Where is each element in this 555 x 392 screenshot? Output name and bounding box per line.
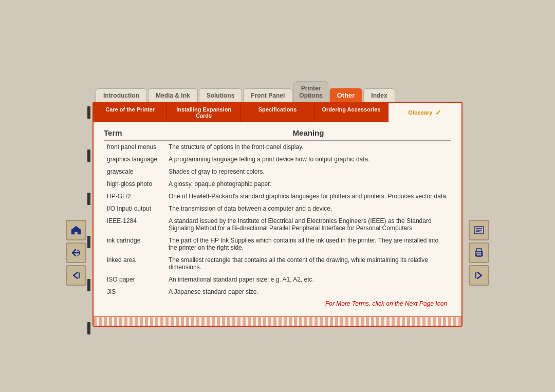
tab-solutions[interactable]: Solutions bbox=[199, 88, 243, 102]
next-button[interactable] bbox=[469, 265, 489, 286]
svg-rect-0 bbox=[79, 272, 80, 278]
svg-point-8 bbox=[481, 252, 482, 253]
meaning-cell: A glossy, opaque photographic paper. bbox=[165, 178, 451, 190]
back-button[interactable] bbox=[66, 242, 86, 263]
subtab-care[interactable]: Care of the Printer bbox=[94, 103, 167, 122]
term-header: Term bbox=[104, 128, 165, 141]
content-box: Care of the Printer Installing Expansion… bbox=[92, 102, 462, 327]
home-icon bbox=[70, 225, 82, 235]
svg-rect-7 bbox=[476, 254, 482, 256]
marker-1 bbox=[87, 106, 90, 119]
svg-rect-9 bbox=[475, 272, 476, 278]
term-cell: grayscale bbox=[104, 165, 165, 178]
left-markers bbox=[87, 106, 90, 334]
next-icon bbox=[473, 270, 485, 281]
left-nav-buttons bbox=[66, 220, 86, 286]
term-cell: IEEE-1284 bbox=[104, 215, 165, 234]
print-icon bbox=[473, 248, 485, 258]
subtab-row: Care of the Printer Installing Expansion… bbox=[94, 103, 461, 122]
tab-printer-options[interactable]: PrinterOptions bbox=[293, 81, 328, 103]
meaning-cell: A Japanese standard paper size. bbox=[165, 286, 451, 298]
contents-button[interactable] bbox=[469, 220, 489, 240]
bottom-decorative-bar bbox=[94, 316, 461, 326]
glossary-table: Term Meaning front panel menusThe struct… bbox=[104, 128, 451, 298]
prev-icon bbox=[70, 270, 82, 281]
table-area: Term Meaning front panel menusThe struct… bbox=[94, 122, 461, 316]
tab-introduction[interactable]: Introduction bbox=[96, 88, 147, 102]
table-row: JISA Japanese standard paper size. bbox=[104, 286, 451, 298]
term-cell: I/O Input/ output bbox=[104, 202, 165, 215]
marker-3 bbox=[87, 193, 90, 205]
meaning-cell: One of Hewlett-Packard's standard graphi… bbox=[165, 190, 451, 202]
subtab-installing[interactable]: Installing Expansion Cards bbox=[167, 103, 240, 122]
marker-4 bbox=[87, 236, 90, 248]
meaning-cell: A programming language telling a print d… bbox=[165, 153, 451, 165]
meaning-cell: The part of the HP Ink Supplies which co… bbox=[165, 234, 451, 254]
term-cell: HP-GL/2 bbox=[104, 190, 165, 202]
tab-index[interactable]: Index bbox=[363, 88, 395, 102]
marker-5 bbox=[87, 279, 90, 291]
tab-row: Introduction Media & Ink Solutions Front… bbox=[92, 81, 462, 102]
subtab-ordering[interactable]: Ordering Accessories bbox=[314, 103, 388, 122]
term-cell: high-gloss photo bbox=[104, 178, 165, 190]
prev-button[interactable] bbox=[66, 265, 86, 286]
term-cell: ink cartridge bbox=[104, 234, 165, 254]
term-cell: front panel menus bbox=[104, 141, 165, 154]
back-icon bbox=[70, 248, 82, 258]
meaning-cell: An international standard paper size; e.… bbox=[165, 273, 451, 286]
meaning-cell: A standard issued by the Institute of El… bbox=[165, 215, 451, 234]
home-button[interactable] bbox=[66, 220, 86, 240]
meaning-cell: Shades of gray to represent colors. bbox=[165, 165, 451, 178]
subtab-specifications[interactable]: Specifications bbox=[241, 103, 314, 122]
table-row: IEEE-1284A standard issued by the Instit… bbox=[104, 215, 451, 234]
table-row: graphics languageA programming language … bbox=[104, 153, 451, 165]
meaning-header: Meaning bbox=[165, 128, 451, 141]
checkmark-icon: ✓ bbox=[435, 108, 441, 117]
table-row: high-gloss photoA glossy, opaque photogr… bbox=[104, 178, 451, 190]
table-row: inked areaThe smallest rectangle that co… bbox=[104, 254, 451, 273]
term-cell: inked area bbox=[104, 254, 165, 273]
tab-media-ink[interactable]: Media & Ink bbox=[148, 88, 198, 102]
tab-other[interactable]: Other bbox=[329, 88, 363, 102]
table-row: ISO paperAn international standard paper… bbox=[104, 273, 451, 286]
meaning-cell: The smallest rectangle that contains all… bbox=[165, 254, 451, 273]
right-nav-buttons bbox=[469, 220, 489, 286]
marker-6 bbox=[87, 322, 90, 334]
glossary-label: Glossary bbox=[408, 109, 432, 116]
meaning-cell: The structure of options in the front-pa… bbox=[165, 141, 451, 154]
meaning-cell: The transmission of data between a compu… bbox=[165, 202, 451, 215]
tab-front-panel[interactable]: Front Panel bbox=[243, 88, 292, 102]
term-cell: JIS bbox=[104, 286, 165, 298]
table-row: front panel menusThe structure of option… bbox=[104, 141, 451, 154]
table-row: I/O Input/ outputThe transmission of dat… bbox=[104, 202, 451, 215]
print-button[interactable] bbox=[469, 242, 489, 263]
term-cell: ISO paper bbox=[104, 273, 165, 286]
marker-2 bbox=[87, 150, 90, 162]
table-row: HP-GL/2One of Hewlett-Packard's standard… bbox=[104, 190, 451, 202]
table-row: grayscaleShades of gray to represent col… bbox=[104, 165, 451, 178]
contents-icon bbox=[473, 225, 485, 235]
term-cell: graphics language bbox=[104, 153, 165, 165]
table-row: ink cartridgeThe part of the HP Ink Supp… bbox=[104, 234, 451, 254]
subtab-glossary[interactable]: Glossary ✓ bbox=[388, 103, 461, 122]
next-page-text: For More Terms, click on the Next Page I… bbox=[104, 298, 451, 310]
